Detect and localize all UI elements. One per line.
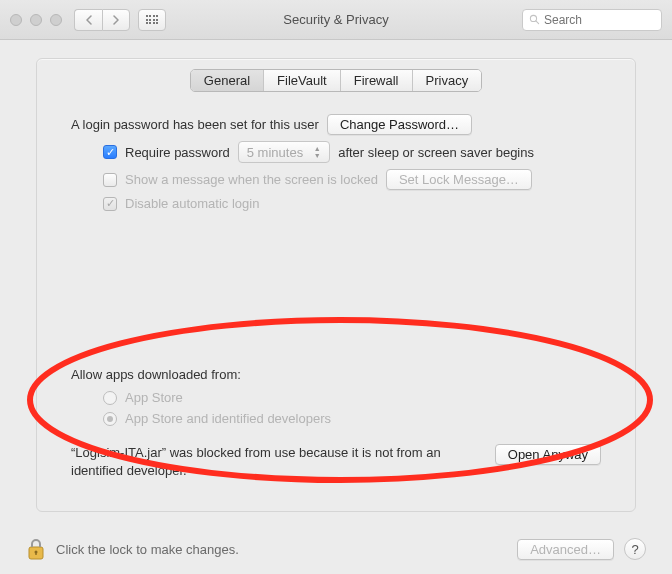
allow-apps-label: Allow apps downloaded from: [71, 367, 601, 382]
svg-line-1 [536, 21, 539, 24]
require-password-delay-value: 5 minutes [247, 145, 303, 160]
forward-button[interactable] [102, 9, 130, 31]
allow-apps-option-identified: App Store and identified developers [71, 411, 601, 426]
radio-identified [103, 412, 117, 426]
window-traffic-lights [10, 14, 62, 26]
require-password-checkbox[interactable]: ✓ [103, 145, 117, 159]
login-password-text: A login password has been set for this u… [71, 117, 319, 132]
nav-buttons [74, 9, 130, 31]
titlebar: Security & Privacy [0, 0, 672, 40]
grid-icon [146, 15, 159, 24]
help-button[interactable]: ? [624, 538, 646, 560]
radio-appstore-label: App Store [125, 390, 183, 405]
general-content: A login password has been set for this u… [37, 92, 635, 480]
show-all-button[interactable] [138, 9, 166, 31]
zoom-dot[interactable] [50, 14, 62, 26]
require-password-label-after: after sleep or screen saver begins [338, 145, 534, 160]
show-message-row: Show a message when the screen is locked… [71, 169, 601, 190]
footer: Click the lock to make changes. Advanced… [0, 524, 672, 574]
open-anyway-button[interactable]: Open Anyway [495, 444, 601, 465]
minimize-dot[interactable] [30, 14, 42, 26]
allow-apps-option-appstore: App Store [71, 390, 601, 405]
search-input[interactable] [544, 13, 644, 27]
advanced-button[interactable]: Advanced… [517, 539, 614, 560]
stepper-icon: ▲▼ [309, 145, 325, 159]
require-password-delay-select[interactable]: 5 minutes ▲▼ [238, 141, 330, 163]
disable-auto-login-row: ✓ Disable automatic login [71, 196, 601, 211]
show-message-checkbox [103, 173, 117, 187]
set-lock-message-button: Set Lock Message… [386, 169, 532, 190]
blocked-app-message: “Logisim-ITA.jar” was blocked from use b… [71, 444, 475, 480]
tab-bar: General FileVault Firewall Privacy [37, 69, 635, 92]
preferences-panel: General FileVault Firewall Privacy A log… [36, 58, 636, 512]
svg-rect-4 [35, 552, 36, 555]
search-field[interactable] [522, 9, 662, 31]
radio-identified-label: App Store and identified developers [125, 411, 331, 426]
lock-icon[interactable] [26, 537, 46, 561]
require-password-label-before: Require password [125, 145, 230, 160]
disable-auto-login-label: Disable automatic login [125, 196, 259, 211]
radio-appstore [103, 391, 117, 405]
login-password-row: A login password has been set for this u… [71, 114, 601, 135]
lock-text: Click the lock to make changes. [56, 542, 239, 557]
tab-filevault[interactable]: FileVault [264, 70, 341, 91]
require-password-row: ✓ Require password 5 minutes ▲▼ after sl… [71, 141, 601, 163]
back-button[interactable] [74, 9, 102, 31]
show-message-label: Show a message when the screen is locked [125, 172, 378, 187]
blocked-app-row: “Logisim-ITA.jar” was blocked from use b… [71, 444, 601, 480]
tab-privacy[interactable]: Privacy [413, 70, 482, 91]
disable-auto-login-checkbox: ✓ [103, 197, 117, 211]
tab-general[interactable]: General [191, 70, 264, 91]
change-password-button[interactable]: Change Password… [327, 114, 472, 135]
close-dot[interactable] [10, 14, 22, 26]
tab-firewall[interactable]: Firewall [341, 70, 413, 91]
search-icon [529, 14, 540, 25]
